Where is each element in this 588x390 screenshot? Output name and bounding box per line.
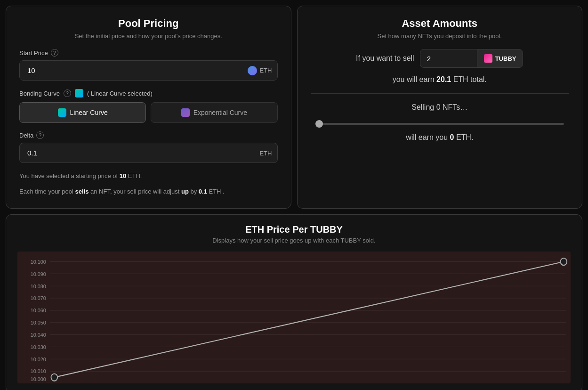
main-layout: Pool Pricing Set the initial price and h… xyxy=(0,0,588,390)
svg-text:10.010: 10.010 xyxy=(31,368,46,374)
svg-text:10.050: 10.050 xyxy=(31,319,46,325)
sell-row: If you want to sell TUBBY xyxy=(311,49,569,68)
svg-text:10.030: 10.030 xyxy=(31,344,46,350)
top-row: Pool Pricing Set the initial price and h… xyxy=(6,6,582,209)
divider xyxy=(311,93,569,94)
pool-pricing-subtitle: Set the initial price and how your pool'… xyxy=(19,32,278,40)
desc2-up: up xyxy=(181,188,189,195)
start-price-suffix: ETH xyxy=(248,66,272,75)
bonding-curve-help-icon[interactable]: ? xyxy=(64,89,71,97)
svg-text:2: 2 xyxy=(562,383,565,383)
tubby-icon xyxy=(484,54,492,63)
svg-rect-0 xyxy=(17,252,571,383)
sell-amount-input[interactable] xyxy=(420,50,477,67)
if-you-want-to-sell-label: If you want to sell xyxy=(356,54,414,63)
selling-label: Selling 0 NFTs… xyxy=(311,103,569,112)
earn-text: you will earn 20.1 ETH total. xyxy=(311,75,569,84)
token-name-label: TUBBY xyxy=(495,55,516,62)
svg-text:10.040: 10.040 xyxy=(31,332,46,338)
selling-slider[interactable] xyxy=(315,123,564,125)
desc1-price: 10 xyxy=(120,172,126,179)
will-earn-text: will earn you 0 ETH. xyxy=(311,133,569,142)
start-price-help-icon[interactable]: ? xyxy=(51,49,58,57)
will-earn-amount: 0 xyxy=(450,133,454,141)
exponential-curve-button[interactable]: Exponential Curve xyxy=(151,102,277,123)
delta-group: ETH xyxy=(19,143,278,163)
desc2-sells: sells xyxy=(75,188,89,195)
svg-point-24 xyxy=(560,258,567,265)
pool-pricing-panel: Pool Pricing Set the initial price and h… xyxy=(6,6,291,209)
description-1: You have selected a starting price of 10… xyxy=(19,171,278,181)
svg-text:10.000: 10.000 xyxy=(31,376,46,382)
start-price-group: ETH xyxy=(19,60,278,81)
pool-pricing-title: Pool Pricing xyxy=(19,17,278,30)
linear-curve-selected-icon xyxy=(75,89,83,98)
start-price-input[interactable] xyxy=(19,60,278,81)
svg-text:1: 1 xyxy=(53,383,56,383)
svg-text:10.070: 10.070 xyxy=(31,295,46,301)
slider-container xyxy=(311,118,569,127)
description-2: Each time your pool sells an NFT, your s… xyxy=(19,187,278,197)
svg-text:10.090: 10.090 xyxy=(31,271,46,277)
linear-curve-button-icon xyxy=(58,108,66,117)
linear-curve-button[interactable]: Linear Curve xyxy=(19,102,146,123)
exp-curve-button-icon xyxy=(181,108,190,117)
asset-amounts-title: Asset Amounts xyxy=(311,17,569,30)
asset-amounts-subtitle: Set how many NFTs you deposit into the p… xyxy=(311,32,569,40)
eth-icon xyxy=(248,66,257,75)
curve-buttons: Linear Curve Exponential Curve xyxy=(19,102,278,123)
chart-svg: 10.100 10.090 10.080 10.070 10.060 10.05… xyxy=(17,252,571,383)
sell-input-group: TUBBY xyxy=(420,49,524,68)
chart-title: ETH Price Per TUBBY xyxy=(17,224,571,235)
chart-panel: ETH Price Per TUBBY Displays how your se… xyxy=(6,214,582,390)
delta-help-icon[interactable]: ? xyxy=(36,131,44,139)
chart-area: 10.100 10.090 10.080 10.070 10.060 10.05… xyxy=(17,252,571,383)
start-price-label: Start Price ? xyxy=(19,49,278,57)
svg-text:10.060: 10.060 xyxy=(31,307,46,313)
tubby-badge: TUBBY xyxy=(477,49,523,67)
svg-text:10.100: 10.100 xyxy=(31,259,46,265)
delta-suffix: ETH xyxy=(260,149,272,156)
bonding-curve-row: Bonding Curve ? ( Linear Curve selected) xyxy=(19,89,278,98)
delta-input[interactable] xyxy=(19,143,278,163)
svg-text:10.080: 10.080 xyxy=(31,283,46,289)
asset-amounts-panel: Asset Amounts Set how many NFTs you depo… xyxy=(297,6,583,209)
svg-point-23 xyxy=(51,374,57,381)
delta-label: Delta ? xyxy=(19,131,278,139)
earn-amount: 20.1 xyxy=(436,75,451,83)
chart-subtitle: Displays how your sell price goes up wit… xyxy=(17,237,571,244)
svg-text:10.020: 10.020 xyxy=(31,356,46,362)
desc2-amount: 0.1 xyxy=(199,188,207,195)
